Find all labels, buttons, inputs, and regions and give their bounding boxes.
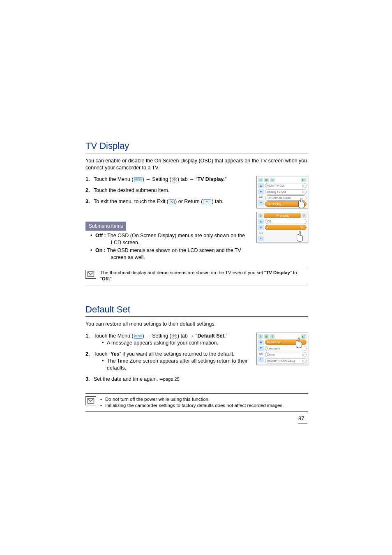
step-3: Set the date and time again. ➥page 25	[85, 376, 251, 383]
down-arrow-icon: ▼	[258, 346, 264, 351]
list-item-selected: ▸ On	[265, 225, 307, 230]
arrow-icon: →	[189, 176, 194, 182]
note-icon	[85, 270, 96, 279]
menu-icon: MENU	[134, 177, 142, 182]
return-icon: ↩	[258, 236, 264, 241]
option-text: The OSD (On Screen Display) menus are on…	[107, 233, 245, 238]
gear-icon: ⚙	[270, 334, 275, 339]
up-arrow-icon: ▲	[258, 219, 264, 224]
lcd-screenshot-tv-display: ⚙ TV Display ✕ ▲ ▼ 1/1 ↩ Off ▸ On	[256, 212, 308, 243]
step-text: Setting (	[151, 333, 171, 339]
note-item: Initializing the camcorder settings to f…	[100, 402, 284, 409]
list-item: Analog TV Out▷	[265, 189, 307, 194]
steps-default-set: Touch the Menu (MENU) → Setting (⚙) tab …	[85, 333, 251, 382]
step-text: ) or Return (	[175, 199, 203, 204]
return-icon: ↩	[258, 357, 264, 362]
step-3: To exit the menu, touch the Exit (✕) or …	[85, 198, 251, 205]
page-indicator: 6/6	[258, 352, 264, 356]
step-text: To exit the menu, touch the Exit (	[94, 199, 168, 204]
step-sub: A message appears asking for your confir…	[102, 340, 251, 347]
step-text: ”	[225, 176, 226, 182]
page-ref: page 25	[163, 377, 180, 382]
page-indicator: 1/1	[258, 231, 264, 235]
step-text: Setting (	[151, 176, 171, 182]
step-1: Touch the Menu (MENU) → Setting (⚙) tab …	[85, 333, 251, 347]
step-target: TV Display.	[197, 176, 224, 182]
step-text: Touch the Menu (	[94, 176, 134, 182]
gear-icon: ⚙	[172, 177, 177, 183]
exit-icon: ✕	[169, 199, 175, 204]
section-title-tv-display: TV Display	[85, 140, 308, 153]
gear-icon: ⚙	[258, 178, 263, 182]
steps-tv-display: Touch the Menu (MENU) → Setting (⚙) tab …	[85, 176, 251, 205]
step-text: ) tab	[178, 333, 189, 339]
tab-icon: ▦	[264, 334, 269, 339]
list-item: Demo▷	[265, 352, 307, 357]
note-box-tv-display: The thumbnail display and demo screens a…	[85, 267, 308, 285]
option-text: The OSD menus are shown on the LCD scree…	[107, 247, 241, 253]
note-item: Do not turn off the power while using th…	[100, 396, 284, 403]
option-text: screen as well.	[95, 254, 251, 261]
submenu-on: On : The OSD menus are shown on the LCD …	[90, 247, 251, 261]
arrow-icon: →	[189, 333, 194, 339]
submenu-list: Off : The OSD (On Screen Display) menus …	[85, 232, 251, 261]
arrow-icon: →	[145, 176, 151, 182]
step-text: ”	[226, 333, 227, 339]
option-label: Off :	[95, 233, 107, 238]
gear-icon: ⚙	[270, 178, 275, 182]
list-item-selected: Default Set	[265, 340, 307, 345]
page-indicator: 4/6	[258, 195, 264, 199]
list-item: HDMI TV Out▷	[265, 183, 307, 188]
lcd-screenshot-settings: ⚙ ▦ ⚙ ▮▯ ▲ ▼ 4/6 ↩ HDMI TV Out▷ Analog T…	[256, 176, 308, 208]
gear-icon: ⚙	[172, 334, 177, 339]
step-target: Default Set.	[197, 333, 226, 339]
status-icon: ▮▯	[301, 334, 307, 339]
list-item: Language	[265, 346, 307, 351]
up-arrow-icon: ▲	[258, 340, 264, 345]
option-text: LCD screen.	[95, 239, 251, 246]
step-text: Set the date and time again.	[94, 376, 159, 382]
arrow-icon: →	[145, 333, 151, 339]
screen-title: TV Display	[264, 213, 301, 218]
return-icon: ↩	[258, 200, 264, 206]
note-icon	[85, 396, 96, 405]
note-list: Do not turn off the power while using th…	[100, 396, 284, 409]
return-icon: ↩	[203, 199, 211, 204]
down-arrow-icon: ▼	[258, 225, 264, 230]
lcd-screenshot-default-set: ⚙ ▦ ⚙ ▮▯ ▲ ▼ 6/6 ↩ Default Set Language	[256, 333, 308, 365]
close-icon: ✕	[302, 213, 307, 218]
step-text: ) tab	[178, 176, 189, 182]
tab-icon: ▦	[264, 178, 269, 182]
step-text: ) tab.	[212, 199, 224, 204]
list-item-selected: TV Display▸	[265, 201, 307, 207]
step-sub: The Time Zone screen appears after all s…	[102, 358, 251, 372]
menu-icon: MENU	[134, 334, 142, 339]
note-box-default-set: Do not turn off the power while using th…	[85, 393, 308, 412]
status-icon: ▮▯	[301, 178, 307, 182]
step-target: Yes	[111, 351, 120, 357]
list-item: TV Connect Guide	[265, 195, 307, 201]
submenu-off: Off : The OSD (On Screen Display) menus …	[90, 232, 251, 246]
intro-tv-display: You can enable or disable the On Screen …	[85, 157, 308, 171]
page-ref-icon: ➥	[159, 377, 163, 382]
intro-default-set: You can restore all menu settings to the…	[85, 321, 308, 328]
step-text: Touch “	[94, 351, 111, 357]
list-item: Off	[265, 219, 307, 224]
up-arrow-icon: ▲	[258, 183, 264, 188]
step-1: Touch the Menu (MENU) → Setting (⚙) tab …	[85, 176, 251, 183]
section-title-default-set: Default Set	[85, 303, 308, 317]
note-text: The thumbnail display and demo screens a…	[100, 270, 308, 282]
gear-icon: ⚙	[258, 213, 263, 218]
step-2: Touch “Yes” if you want all the settings…	[85, 351, 251, 372]
step-text: ” if you want all the settings returned …	[120, 351, 235, 357]
page-number: 87	[298, 415, 307, 423]
step-2: Touch the desired submenu item.	[85, 187, 251, 194]
step-text: Touch the Menu (	[94, 333, 134, 339]
list-item: Anynet+ (HDMI-CEC)▷	[265, 358, 307, 363]
gear-icon: ⚙	[258, 334, 263, 339]
down-arrow-icon: ▼	[258, 189, 264, 194]
option-label: On :	[95, 247, 107, 253]
submenu-heading: Submenu items	[85, 222, 126, 231]
